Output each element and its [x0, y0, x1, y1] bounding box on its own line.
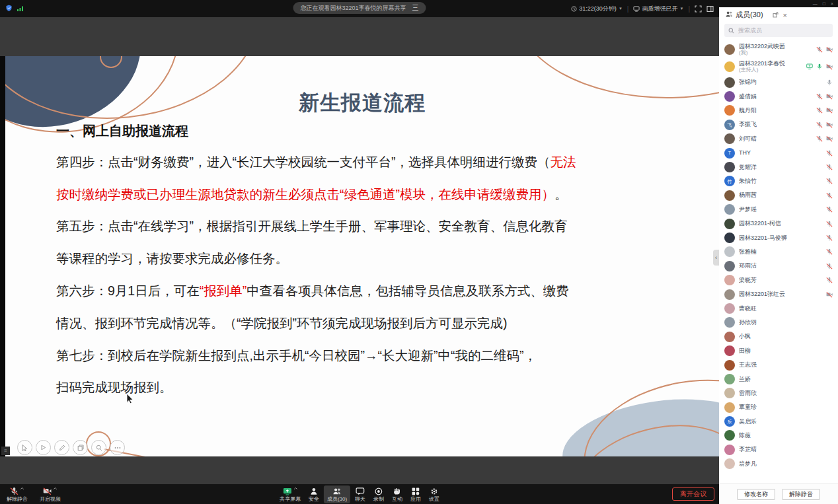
participant-row[interactable]: 梁晓芳 — [724, 273, 833, 287]
cam-off-icon — [826, 289, 833, 301]
participant-name: 梁晓芳 — [739, 277, 757, 284]
fullscreen-button[interactable] — [695, 5, 702, 13]
toolbar-item-apps[interactable]: 应用 — [407, 486, 424, 503]
slide-text-line: 等课程的学习，请按要求完成必修任务。 — [56, 242, 699, 275]
participant-row[interactable]: 刘可晴 — [724, 132, 833, 146]
share-banner[interactable]: 您正在观看园林32201李春悦的屏幕共享 三 — [293, 2, 426, 14]
mic-muted-icon — [816, 133, 823, 145]
participant-row[interactable]: 小枫 — [724, 330, 833, 343]
mic-muted-icon — [826, 274, 833, 286]
chevron-down-icon: ▼ — [679, 7, 683, 11]
avatar — [724, 77, 735, 88]
avatar — [724, 445, 735, 455]
participant-row[interactable]: 张锦均 — [724, 75, 833, 89]
participant-role: (主持人) — [739, 67, 785, 73]
participant-row[interactable]: 盛倩娟 — [724, 89, 833, 103]
avatar — [724, 233, 735, 243]
close-button[interactable]: × — [831, 1, 833, 6]
participant-name: 魏丹阳 — [739, 107, 757, 114]
participant-row[interactable]: 田柳 — [724, 343, 833, 357]
participant-row[interactable]: 尹梦瑶 — [724, 203, 833, 217]
mic-muted-icon — [816, 119, 823, 131]
participant-row[interactable]: 郑雨洁 — [724, 259, 833, 273]
layout-toggle-button[interactable] — [706, 5, 714, 13]
avatar — [724, 289, 735, 300]
unmute-all-button[interactable]: 解除静音 — [782, 489, 820, 500]
pen-control[interactable] — [54, 440, 69, 455]
participant-row[interactable]: 孙欣羽 — [724, 316, 833, 330]
participant-role: (我) — [739, 50, 785, 56]
maximize-button[interactable]: □ — [823, 1, 825, 6]
participant-row[interactable]: 园林32201-柯信 — [724, 217, 833, 231]
participant-row[interactable]: 雷雨欣 — [724, 386, 833, 400]
participant-row[interactable]: 魏丹阳 — [724, 104, 833, 118]
toolbar-item-security[interactable]: 安全 — [305, 486, 323, 503]
popout-icon[interactable] — [773, 11, 779, 19]
unmute-button[interactable]: 解除静音 — [3, 486, 31, 503]
leave-meeting-button[interactable]: 离开会议 — [672, 487, 714, 501]
participant-row[interactable]: 乐吴启乐 — [724, 414, 833, 428]
participant-name: 刘可晴 — [739, 135, 757, 143]
pointer-control[interactable] — [17, 440, 32, 455]
avatar — [724, 44, 735, 55]
avatar — [724, 402, 735, 413]
participant-row[interactable]: 园林32201李春悦(主持人) — [724, 58, 833, 75]
participant-row[interactable]: 园林32201-马俊狮 — [724, 231, 833, 244]
quality-selector[interactable]: 画质增强已开▼ — [633, 5, 683, 13]
cam-off-icon — [826, 104, 833, 116]
avatar: T — [724, 148, 735, 159]
avatar — [724, 303, 735, 314]
more-controls[interactable] — [110, 440, 125, 455]
meeting-window: 您正在观看园林32201李春悦的屏幕共享 三 31:22(30分钟)▼ | 画质… — [0, 0, 838, 504]
pages-control[interactable] — [73, 440, 88, 455]
play-control[interactable] — [36, 440, 51, 455]
minimize-button[interactable]: — — [813, 1, 818, 6]
participant-row[interactable]: 陈薇 — [724, 429, 833, 443]
participant-row[interactable]: 李芷晴 — [724, 443, 833, 456]
participant-row[interactable]: 园林32201张红云 — [724, 287, 833, 301]
share-banner-menu-icon[interactable]: 三 — [412, 5, 419, 11]
zoom-control[interactable] — [91, 440, 106, 455]
participant-row[interactable]: 翁梦凡 — [724, 457, 833, 471]
meeting-timer[interactable]: 31:22(30分钟)▼ — [571, 5, 622, 13]
toolbar-item-label: 应用 — [410, 497, 421, 502]
avatar — [724, 430, 735, 441]
avatar: 飞 — [724, 120, 735, 130]
close-panel-icon[interactable]: × — [783, 11, 787, 19]
participant-row[interactable]: TTHY — [724, 146, 833, 160]
slide-text-line: 扫码完成现场报到。 — [56, 372, 699, 404]
toolbar-item-settings[interactable]: 设置 — [426, 486, 443, 503]
clock-icon — [571, 6, 577, 12]
participant-row[interactable]: 园林32202武映茜(我) — [724, 41, 833, 58]
members-panel-header: 成员(30) × — [719, 7, 838, 22]
thumbnails-panel-icon[interactable]: ≡ — [1, 447, 10, 455]
sidebar-collapse-handle[interactable]: ‹ — [713, 250, 719, 266]
participant-name: 盛倩娟 — [739, 93, 757, 100]
start-video-button[interactable]: 开启视频 — [36, 486, 64, 503]
member-search-box[interactable] — [724, 24, 833, 37]
toolbar-item-chat[interactable]: 聊天 — [352, 486, 369, 503]
participant-row[interactable]: 竹朱怡竹 — [724, 174, 833, 188]
slide-text-line: 第七步：到校后在学院新生报到点,出示手机“今日校园”→“长大迎新”中“我的二维码… — [56, 340, 699, 372]
toolbar-item-record[interactable]: 录制 — [370, 486, 387, 503]
search-input[interactable] — [737, 26, 829, 34]
toolbar-item-interact[interactable]: 互动 — [389, 486, 406, 503]
participant-row[interactable]: 曹晓旺 — [724, 301, 833, 315]
participant-row[interactable]: 飞李振飞 — [724, 118, 833, 131]
avatar — [724, 133, 735, 144]
participant-row[interactable]: 兰娇 — [724, 372, 833, 386]
toolbar-center: 共享屏幕安全成员(30)聊天录制互动应用设置 — [276, 486, 443, 503]
participant-row[interactable]: 王志强 — [724, 358, 833, 372]
cam-off-icon — [826, 61, 833, 73]
participant-row[interactable]: 杨雨茜 — [724, 188, 833, 202]
cam-off-icon — [826, 119, 833, 131]
toolbar-item-label: 录制 — [373, 497, 384, 502]
participant-row[interactable]: 张雅楠 — [724, 245, 833, 259]
participant-name: 曹晓旺 — [739, 305, 757, 312]
toolbar-item-members[interactable]: 成员(30) — [324, 486, 350, 503]
mic-muted-icon — [826, 260, 833, 272]
participant-row[interactable]: 党耀洋 — [724, 160, 833, 174]
toolbar-item-share-screen[interactable]: 共享屏幕 — [276, 486, 304, 503]
rename-button[interactable]: 修改名称 — [737, 489, 775, 500]
participant-row[interactable]: 覃童珍 — [724, 400, 833, 414]
